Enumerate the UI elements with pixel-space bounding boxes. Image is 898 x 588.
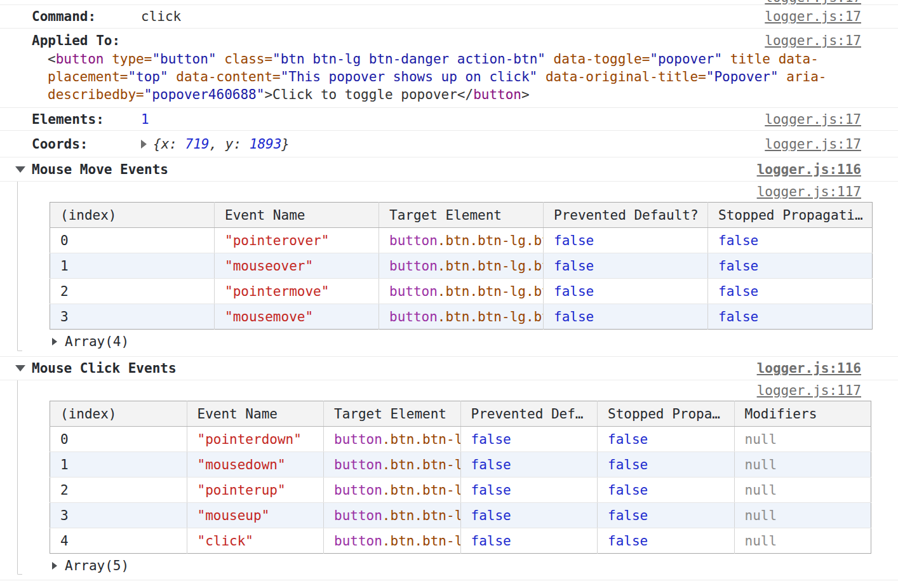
- code-token: data-original-title=: [546, 69, 706, 84]
- console-row-coords: Coords: {x: 719, y: 1893} logger.js:17: [0, 131, 898, 157]
- code-token: placement=: [48, 69, 128, 84]
- column-header[interactable]: Event Name: [215, 203, 379, 228]
- cell-target: button.btn.btn-lg.btn-danger.action-btn: [324, 478, 461, 503]
- code-token: [104, 51, 112, 67]
- code-token: [217, 51, 225, 67]
- column-header[interactable]: Modifiers: [734, 401, 871, 427]
- source-link[interactable]: logger.js:17: [765, 33, 861, 48]
- cell-event: "mouseup": [187, 503, 324, 528]
- code-token: 1893: [250, 137, 282, 152]
- column-header[interactable]: (index): [50, 401, 187, 427]
- cell-stopped: false: [708, 279, 873, 304]
- code-token: [546, 51, 554, 67]
- column-header[interactable]: Stopped Propagati…: [708, 203, 873, 228]
- cell-target: button.btn.btn-lg.btn-danger.action-btn: [379, 304, 544, 330]
- code-token: [779, 69, 787, 84]
- code-token: "This popover shows up on click": [281, 69, 538, 84]
- table-row: 1"mousedown"button.btn.btn-lg.btn-danger…: [50, 452, 871, 478]
- cell-index: 0: [50, 427, 187, 452]
- code-line: <button type="button" class="btn btn-lg …: [48, 50, 898, 68]
- cell-modifiers: null: [734, 452, 871, 478]
- cell-stopped: false: [708, 304, 873, 330]
- coords-label: Coords:: [32, 137, 141, 152]
- cell-stopped: false: [598, 528, 735, 554]
- target-class-list: .btn.btn-lg.btn-danger.action-btn: [382, 457, 460, 472]
- cell-prevented: false: [544, 253, 708, 279]
- column-header[interactable]: Event Name: [187, 401, 324, 427]
- source-link[interactable]: logger.js:17: [765, 9, 861, 24]
- target-tag-name: button: [334, 508, 382, 523]
- column-header[interactable]: (index): [50, 203, 215, 228]
- target-tag-name: button: [389, 284, 438, 299]
- cell-event: "pointermove": [215, 279, 379, 304]
- expand-triangle-icon[interactable]: [141, 140, 147, 149]
- target-class-list: .btn.btn-lg.btn-danger.action-btn: [438, 284, 544, 299]
- table-row: 2"pointermove"button.btn.btn-lg.btn-dang…: [50, 279, 873, 304]
- code-token: [770, 51, 779, 67]
- cell-stopped: false: [598, 427, 735, 452]
- array-label[interactable]: Array(5): [65, 558, 129, 573]
- target-tag-name: button: [389, 233, 438, 248]
- console-row-elements: Elements: 1 logger.js:17: [0, 108, 898, 131]
- cell-prevented: false: [460, 478, 598, 503]
- target-tag-name: button: [389, 258, 438, 274]
- cell-event: "pointerover": [215, 228, 379, 253]
- cell-prevented: false: [544, 279, 708, 304]
- expand-triangle-icon[interactable]: [52, 338, 57, 345]
- cell-modifiers: null: [734, 427, 871, 452]
- column-header[interactable]: Prevented Def…: [460, 401, 598, 427]
- cell-event: "mouseover": [215, 253, 379, 279]
- column-header[interactable]: Prevented Default?: [544, 203, 708, 228]
- expand-triangle-icon[interactable]: [52, 562, 57, 570]
- source-link[interactable]: logger.js:17: [765, 137, 861, 152]
- cell-stopped: false: [708, 253, 873, 279]
- collapse-triangle-icon[interactable]: [15, 365, 25, 371]
- cell-target: button.btn.btn-lg.btn-danger.action-btn: [324, 503, 461, 528]
- group-title: Mouse Click Events: [32, 361, 177, 376]
- code-token: button: [473, 87, 521, 102]
- column-header[interactable]: Target Element: [324, 401, 461, 427]
- code-token: "Popover": [706, 69, 779, 84]
- cell-prevented: false: [460, 503, 598, 528]
- cell-index: 0: [50, 228, 215, 253]
- group-indent-guide: [17, 182, 22, 351]
- cell-prevented: false: [544, 304, 708, 330]
- console-row-partial: logger.js:17: [0, 0, 898, 5]
- cell-prevented: false: [460, 528, 598, 554]
- source-link[interactable]: logger.js:117: [757, 383, 861, 398]
- cell-prevented: false: [460, 427, 598, 452]
- elements-label: Elements:: [32, 112, 141, 127]
- target-class-list: .btn.btn-lg.btn-danger.action-btn: [438, 309, 544, 324]
- code-token: {x:: [153, 137, 185, 152]
- target-tag-name: button: [334, 457, 382, 472]
- column-header[interactable]: Stopped Propa…: [598, 401, 735, 427]
- code-token: describedby=: [48, 87, 144, 102]
- code-token: aria-: [786, 69, 826, 84]
- target-tag-name: button: [389, 309, 438, 324]
- table-row: 0"pointerdown"button.btn.btn-lg.btn-dang…: [50, 427, 871, 452]
- cell-index: 1: [50, 253, 215, 279]
- table-row: 3"mousemove"button.btn.btn-lg.btn-danger…: [50, 304, 873, 330]
- cell-index: 3: [50, 304, 215, 330]
- command-label: Command:: [32, 9, 141, 24]
- source-link[interactable]: logger.js:17: [765, 0, 861, 5]
- target-class-list: .btn.btn-lg.btn-danger.action-btn: [382, 533, 460, 549]
- group-header-mouse-move-events[interactable]: Mouse Move Events logger.js:116: [0, 157, 898, 182]
- table-row: 2"pointerup"button.btn.btn-lg.btn-danger…: [50, 478, 871, 503]
- source-link[interactable]: logger.js:17: [765, 112, 861, 127]
- source-link[interactable]: logger.js:116: [757, 162, 861, 177]
- collapse-triangle-icon[interactable]: [15, 166, 25, 173]
- cell-event: "click": [187, 528, 324, 554]
- table-log-row: logger.js:117: [0, 380, 898, 401]
- cell-target: button.btn.btn-lg.btn-danger.action-btn: [379, 279, 544, 304]
- group-header-mouse-click-events[interactable]: Mouse Click Events logger.js:116: [0, 357, 898, 380]
- source-link[interactable]: logger.js:117: [757, 184, 861, 199]
- html-element-code[interactable]: <button type="button" class="btn btn-lg …: [32, 50, 898, 104]
- source-link[interactable]: logger.js:116: [757, 361, 861, 376]
- array-label[interactable]: Array(4): [65, 334, 129, 349]
- coords-object-preview[interactable]: {x: 719, y: 1893}: [153, 137, 290, 152]
- cell-target: button.btn.btn-lg.btn-danger.action-btn: [379, 253, 544, 279]
- column-header[interactable]: Target Element: [379, 203, 544, 228]
- cell-index: 4: [50, 528, 187, 554]
- table-row: 0"pointerover"button.btn.btn-lg.btn-dang…: [50, 228, 873, 253]
